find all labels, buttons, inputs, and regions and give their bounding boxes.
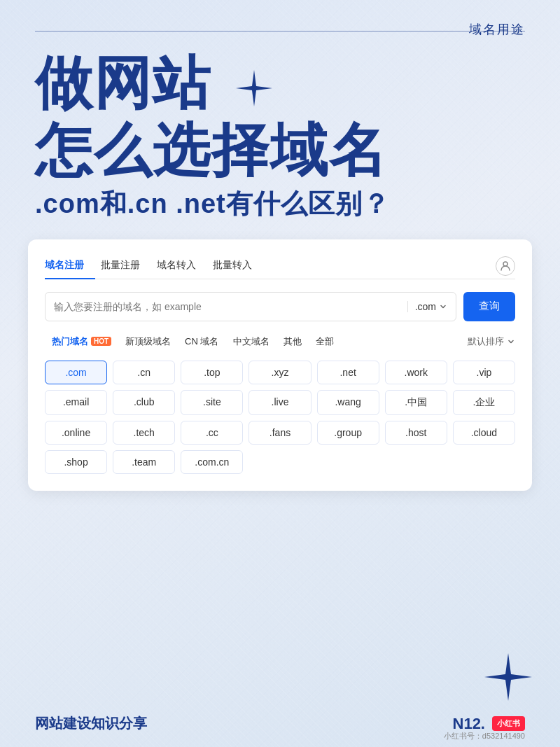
- domain-item[interactable]: .club: [113, 390, 175, 415]
- domain-item[interactable]: .cn: [113, 361, 175, 384]
- tab-domain-register[interactable]: 域名注册: [45, 253, 95, 279]
- tab-domain-transfer[interactable]: 域名转入: [157, 253, 207, 279]
- domain-item[interactable]: .site: [181, 390, 243, 415]
- search-input[interactable]: [54, 301, 407, 312]
- filter-tab-chinese[interactable]: 中文域名: [226, 333, 276, 351]
- domain-item[interactable]: .top: [181, 361, 243, 384]
- domain-use-label: 域名用途: [469, 21, 525, 38]
- domain-item[interactable]: .cc: [181, 421, 243, 445]
- domain-item[interactable]: .work: [385, 361, 447, 384]
- sparkle-star-icon: [229, 56, 274, 119]
- domain-item[interactable]: .cloud: [453, 421, 515, 445]
- domain-item[interactable]: .group: [317, 421, 379, 445]
- divider-line: [35, 31, 525, 32]
- domain-item[interactable]: .shop: [45, 450, 107, 474]
- filter-tab-other[interactable]: 其他: [276, 333, 309, 351]
- domain-item[interactable]: .中国: [385, 390, 447, 415]
- domain-item[interactable]: .net: [317, 361, 379, 384]
- domain-suffix-label: .com: [415, 301, 436, 312]
- sort-label: 默认排序: [468, 335, 504, 348]
- domain-item[interactable]: .email: [45, 390, 107, 415]
- domain-item[interactable]: .com.cn: [181, 450, 243, 474]
- bottom-area: 网站建设知识分享 N12. 小红书 小红书号：d532141490: [0, 700, 560, 747]
- domain-item[interactable]: .online: [45, 421, 107, 445]
- domain-item[interactable]: .tech: [113, 421, 175, 445]
- xiaohongshu-badge: 小红书: [492, 716, 525, 731]
- watermark: 小红书号：d532141490: [444, 731, 525, 741]
- filter-tab-all[interactable]: 全部: [309, 333, 341, 351]
- title-line2: 怎么选择域名: [35, 119, 525, 182]
- filter-tab-new-tld[interactable]: 新顶级域名: [118, 333, 178, 351]
- sort-button[interactable]: 默认排序: [468, 335, 515, 348]
- filter-tab-cn[interactable]: CN 域名: [178, 333, 225, 351]
- tabs-row: 域名注册 批量注册 域名转入 批量转入: [45, 253, 515, 279]
- domain-grid: .com.cn.top.xyz.net.work.vip.email.club.…: [45, 361, 515, 474]
- footer-right: N12. 小红书: [453, 715, 525, 733]
- domain-item[interactable]: .live: [248, 390, 311, 415]
- domain-item[interactable]: .企业: [453, 390, 515, 415]
- domain-item[interactable]: .xyz: [248, 361, 311, 384]
- footer-left-text: 网站建设知识分享: [35, 714, 147, 733]
- main-title: 做网站: [35, 52, 525, 119]
- title-line1: 做网站: [35, 51, 211, 115]
- domain-card: 域名注册 批量注册 域名转入 批量转入 .com: [28, 239, 532, 491]
- filter-hot-label: 热门域名: [52, 335, 88, 348]
- search-bar: .com 查询: [45, 292, 515, 321]
- domain-item[interactable]: .wang: [317, 390, 379, 415]
- domain-item[interactable]: .vip: [453, 361, 515, 384]
- search-button[interactable]: 查询: [463, 292, 515, 321]
- big-sparkle-star-icon: [483, 652, 533, 705]
- heading-area: 做网站 怎么选择域名 .com和.cn .net有什么区别？: [0, 45, 560, 222]
- top-label-area: 域名用途: [0, 0, 560, 45]
- domain-item[interactable]: .com: [45, 361, 107, 384]
- filter-tabs: 热门域名 HOT 新顶级域名 CN 域名 中文域名 其他 全部 默认排序: [45, 333, 515, 351]
- domain-item[interactable]: .team: [113, 450, 175, 474]
- search-suffix[interactable]: .com: [407, 301, 447, 312]
- domain-item[interactable]: .fans: [248, 421, 311, 445]
- hot-badge: HOT: [91, 337, 111, 346]
- filter-tab-hot[interactable]: 热门域名 HOT: [45, 333, 118, 351]
- svg-point-0: [503, 262, 507, 266]
- tab-batch-register[interactable]: 批量注册: [101, 253, 151, 279]
- subtitle: .com和.cn .net有什么区别？: [35, 186, 525, 222]
- account-icon[interactable]: [496, 256, 515, 276]
- domain-item[interactable]: .host: [385, 421, 447, 445]
- n12-label: N12.: [453, 715, 485, 733]
- search-input-wrap[interactable]: .com: [45, 292, 456, 321]
- tab-batch-transfer[interactable]: 批量转入: [213, 253, 263, 279]
